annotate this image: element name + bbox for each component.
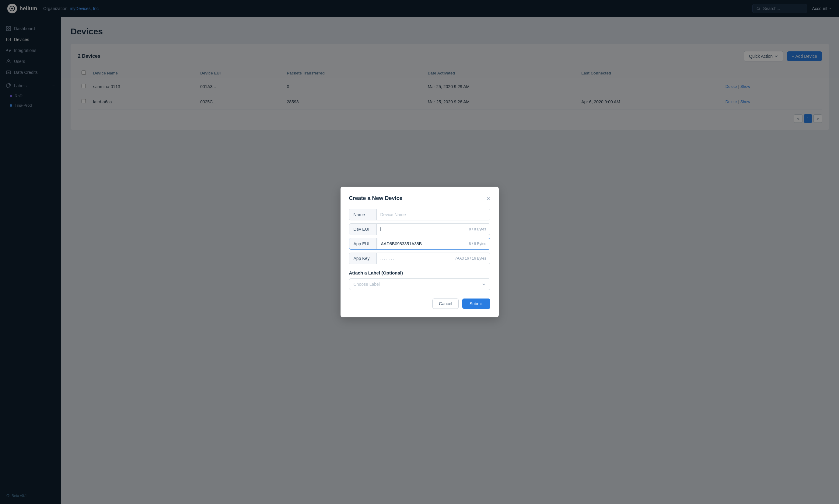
modal-overlay: Create a New Device × Name Dev EUI 8 / 8… [0,0,839,504]
label-dropdown-chevron [482,283,486,286]
modal-footer: Cancel Submit [349,299,490,309]
field-input-wrap-dev-eui: 8 / 8 Bytes [377,224,490,235]
app-eui-bytes: 8 / 8 Bytes [465,242,490,246]
form-row-app-key: App Key 7AA3 16 / 16 Bytes [349,253,490,264]
field-label-app-eui: App EUI [349,238,377,249]
field-label-dev-eui: Dev EUI [349,224,377,235]
field-input-wrap-name [377,209,490,220]
form-row-name: Name [349,209,490,220]
attach-label-title: Attach a Label (Optional) [349,270,490,275]
modal-title: Create a New Device [349,195,403,201]
form-row-app-eui: App EUI 8 / 8 Bytes [349,238,490,250]
app-eui-input[interactable] [377,238,465,249]
submit-button[interactable]: Submit [462,299,490,309]
modal-close-button[interactable]: × [486,196,490,201]
field-label-name: Name [349,209,377,220]
app-key-bytes: 7AA3 16 / 16 Bytes [451,256,490,260]
app-key-input[interactable] [377,253,451,264]
modal-header: Create a New Device × [349,195,490,201]
name-input[interactable] [377,209,490,220]
create-device-modal: Create a New Device × Name Dev EUI 8 / 8… [341,187,499,317]
field-input-wrap-app-key: 7AA3 16 / 16 Bytes [377,253,490,264]
choose-label-dropdown[interactable]: Choose Label [349,278,490,290]
field-input-wrap-app-eui: 8 / 8 Bytes [377,238,490,249]
dev-eui-bytes: 8 / 8 Bytes [465,227,490,231]
choose-label-placeholder: Choose Label [354,282,380,287]
field-label-app-key: App Key [349,253,377,264]
dev-eui-input[interactable] [377,224,465,235]
form-row-dev-eui: Dev EUI 8 / 8 Bytes [349,223,490,235]
cancel-button[interactable]: Cancel [432,299,459,309]
